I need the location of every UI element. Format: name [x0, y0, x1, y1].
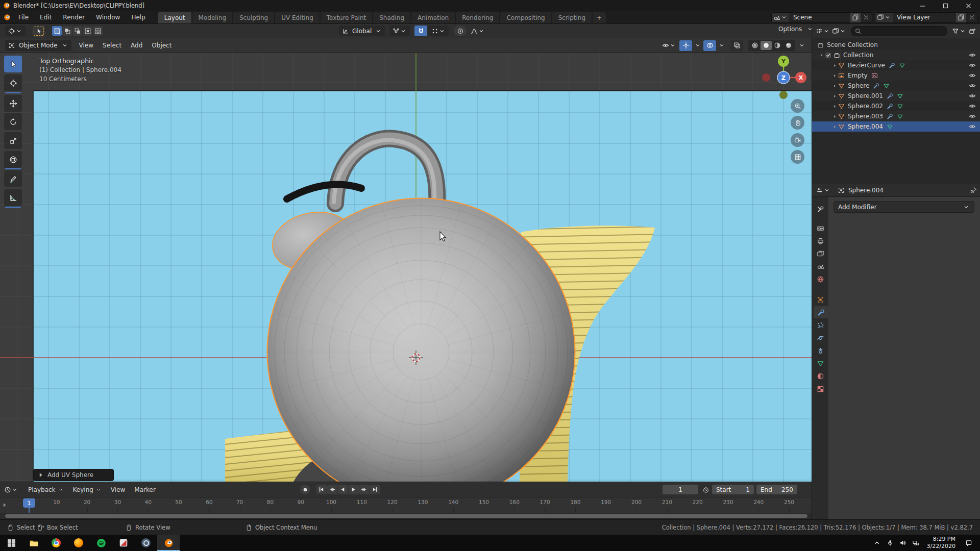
transform-orientation-dropdown[interactable]: Global	[339, 26, 385, 36]
tool-move-button[interactable]	[4, 95, 22, 112]
viewport-menu-add[interactable]: Add	[126, 42, 147, 49]
shading-solid-button[interactable]	[761, 41, 772, 50]
scene-selector[interactable]: Scene	[771, 12, 872, 23]
properties-tab-scene[interactable]	[812, 260, 828, 272]
ortho-toggle-button[interactable]	[791, 150, 804, 164]
jump-to-end-button[interactable]	[370, 485, 380, 494]
tab-sculpting[interactable]: Sculpting	[233, 12, 274, 23]
disclosure-icon[interactable]	[832, 124, 837, 129]
play-backwards-button[interactable]	[338, 485, 348, 494]
disclosure-icon[interactable]	[832, 84, 837, 88]
minimize-button[interactable]	[911, 0, 934, 11]
show-gizmo-button[interactable]	[679, 40, 692, 51]
collection-checkbox[interactable]	[825, 52, 831, 59]
gizmo-dropdown[interactable]	[692, 42, 703, 49]
outliner-row-collection[interactable]: Collection	[812, 50, 980, 60]
outliner-row-sphere-002[interactable]: Sphere.002	[812, 101, 980, 111]
viewport-menu-view[interactable]: View	[75, 42, 98, 49]
timeline-ruler[interactable]: 1020304050607080901001101201301401501601…	[0, 497, 812, 513]
properties-tab-physics[interactable]	[812, 332, 828, 344]
record-button[interactable]	[300, 485, 310, 494]
outliner-row-scene collection[interactable]: Scene Collection	[812, 40, 980, 50]
close-button[interactable]	[957, 0, 980, 11]
snap-toggle-button[interactable]	[414, 26, 427, 36]
tool-measure-button[interactable]	[4, 189, 22, 206]
show-overlays-button[interactable]	[703, 40, 716, 51]
tool-scale-button[interactable]	[4, 132, 22, 149]
play-button[interactable]	[349, 485, 359, 494]
active-tool-button[interactable]	[33, 26, 45, 37]
menu-window[interactable]: Window	[90, 14, 126, 21]
hide-eye-icon[interactable]	[969, 103, 976, 110]
search-input[interactable]	[862, 28, 944, 35]
taskbar-app-firefox[interactable]	[67, 535, 90, 551]
new-collection-button[interactable]	[967, 28, 977, 35]
taskbar-clock[interactable]: 8:29 PM 3/22/2020	[919, 535, 955, 551]
timeline-menu-keying[interactable]: Keying	[68, 486, 106, 493]
frame-end-field[interactable]: End 250	[756, 485, 797, 494]
taskbar-app-spotify[interactable]	[90, 535, 112, 551]
tray-expand-chevron-icon[interactable]	[871, 535, 883, 551]
previous-keyframe-button[interactable]	[327, 485, 337, 494]
add-workspace-button[interactable]: +	[593, 12, 606, 23]
stopwatch-icon[interactable]	[702, 486, 709, 493]
properties-tab-object[interactable]	[812, 293, 828, 306]
hide-eye-icon[interactable]	[969, 62, 976, 69]
properties-tab-material[interactable]	[812, 370, 828, 382]
viewport-menu-object[interactable]: Object	[147, 42, 176, 49]
navigation-gizmo[interactable]: Y X Z	[755, 53, 812, 104]
select-mode-subtract[interactable]	[72, 26, 82, 36]
outliner-row-sphere-004[interactable]: Sphere.004	[812, 121, 980, 132]
properties-tab-output[interactable]	[812, 235, 828, 247]
disclosure-icon[interactable]	[832, 104, 837, 109]
taskbar-app-steam[interactable]	[135, 535, 157, 551]
select-mode-set[interactable]	[52, 26, 62, 36]
speaker-icon[interactable]	[897, 535, 909, 551]
taskbar-app-chrome[interactable]	[45, 535, 67, 551]
filter-id-dropdown[interactable]	[831, 26, 847, 36]
scene-unlink-icon[interactable]	[861, 14, 872, 21]
view-layer-copy-icon[interactable]	[956, 13, 966, 22]
add-modifier-button[interactable]: Add Modifier	[834, 201, 974, 213]
playhead[interactable]: 1	[23, 498, 35, 508]
menu-file[interactable]: File	[13, 14, 34, 21]
expand-arrow-icon[interactable]	[1, 502, 8, 509]
outliner-row-sphere-003[interactable]: Sphere.003	[812, 111, 980, 121]
hide-eye-icon[interactable]	[969, 72, 976, 79]
hide-eye-icon[interactable]	[969, 92, 976, 99]
disclosure-icon[interactable]	[832, 63, 837, 68]
tab-texture-paint[interactable]: Texture Paint	[321, 12, 372, 23]
hide-eye-icon[interactable]	[969, 123, 976, 130]
tool-transform-button[interactable]	[4, 151, 22, 168]
properties-tab-modifiers[interactable]	[814, 306, 828, 318]
menu-help[interactable]: Help	[126, 14, 151, 21]
outliner-row-empty[interactable]: Empty	[812, 70, 980, 81]
pan-button[interactable]	[791, 116, 804, 130]
outliner-row-beziercurve[interactable]: BezierCurve	[812, 60, 980, 70]
blender-menu-icon[interactable]	[4, 14, 11, 21]
falloff-dropdown[interactable]	[468, 26, 488, 36]
outliner-search[interactable]	[851, 26, 947, 36]
menu-render[interactable]: Render	[57, 14, 90, 21]
taskbar-app-krita[interactable]	[112, 535, 135, 551]
tab-modeling[interactable]: Modeling	[192, 12, 233, 23]
properties-tab-world[interactable]	[812, 273, 828, 285]
view-layer-name[interactable]: View Layer	[893, 14, 956, 21]
disclosure-icon[interactable]	[832, 114, 837, 119]
outliner-row-sphere[interactable]: Sphere	[812, 81, 980, 91]
scene-name[interactable]: Scene	[789, 14, 850, 21]
properties-tab-tool[interactable]	[812, 203, 828, 215]
view-layer-selector[interactable]: View Layer	[875, 12, 978, 23]
jump-to-start-button[interactable]	[316, 485, 327, 494]
scene-copy-icon[interactable]	[850, 13, 861, 22]
hide-eye-icon[interactable]	[969, 113, 976, 120]
viewport-3d[interactable]: Top Orthographic (1) Collection | Sphere…	[0, 53, 812, 482]
taskbar-app-start[interactable]	[0, 535, 22, 551]
tab-shading[interactable]: Shading	[373, 12, 410, 23]
timeline-menu-marker[interactable]: Marker	[130, 486, 160, 493]
tool-rotate-button[interactable]	[4, 113, 22, 130]
mode-dropdown[interactable]: Object Mode	[5, 40, 71, 51]
select-mode-invert[interactable]	[83, 26, 92, 36]
properties-tab-render[interactable]	[812, 222, 828, 234]
pivot-point-dropdown[interactable]	[389, 26, 410, 36]
